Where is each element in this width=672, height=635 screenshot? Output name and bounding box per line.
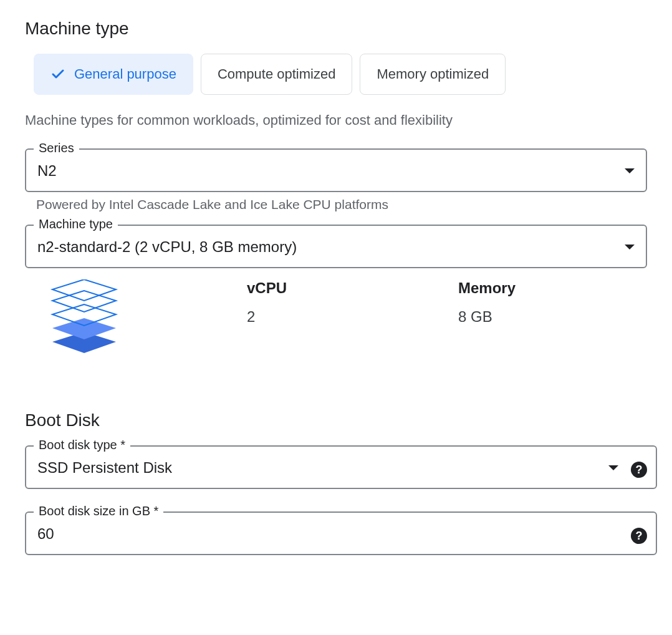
stack-layers-icon — [44, 279, 125, 354]
machine-family-tabs: General purpose Compute optimized Memory… — [25, 54, 647, 95]
tab-compute-optimized[interactable]: Compute optimized — [201, 54, 353, 95]
tab-label: Memory optimized — [377, 66, 489, 82]
boot-disk-type-field[interactable]: Boot disk type * SSD Persistent Disk — [25, 445, 657, 489]
svg-marker-1 — [52, 318, 116, 339]
series-helper: Powered by Intel Cascade Lake and Ice La… — [25, 197, 647, 212]
memory-value: 8 GB — [458, 308, 647, 326]
boot-disk-heading: Boot Disk — [25, 410, 647, 430]
tab-label: Compute optimized — [218, 66, 336, 82]
machine-type-value: n2-standard-2 (2 vCPU, 8 GB memory) — [37, 238, 625, 256]
machine-type-section: Machine type General purpose Compute opt… — [25, 19, 647, 354]
machine-type-label: Machine type — [34, 217, 118, 231]
machine-type-field[interactable]: Machine type n2-standard-2 (2 vCPU, 8 GB… — [25, 225, 647, 268]
machine-specs: vCPU 2 Memory 8 GB — [25, 279, 647, 354]
help-icon[interactable]: ? — [631, 462, 647, 478]
tab-label: General purpose — [74, 66, 176, 82]
vcpu-value: 2 — [247, 308, 436, 326]
boot-disk-size-input[interactable] — [37, 525, 618, 543]
series-label: Series — [34, 141, 79, 155]
series-field[interactable]: Series N2 — [25, 148, 647, 192]
help-icon[interactable]: ? — [631, 528, 647, 544]
check-icon — [50, 67, 65, 82]
vcpu-label: vCPU — [247, 279, 436, 297]
tab-memory-optimized[interactable]: Memory optimized — [360, 54, 506, 95]
boot-disk-size-label: Boot disk size in GB * — [34, 504, 163, 518]
series-value: N2 — [37, 162, 625, 180]
boot-disk-size-field[interactable]: Boot disk size in GB * — [25, 511, 657, 555]
memory-label: Memory — [458, 279, 647, 297]
boot-disk-type-value: SSD Persistent Disk — [37, 459, 608, 477]
machine-type-heading: Machine type — [25, 19, 647, 39]
boot-disk-type-label: Boot disk type * — [34, 438, 130, 452]
tab-general-purpose[interactable]: General purpose — [34, 54, 193, 95]
chevron-down-icon — [625, 245, 635, 250]
boot-disk-section: Boot Disk Boot disk type * SSD Persisten… — [25, 410, 647, 560]
chevron-down-icon — [625, 168, 635, 173]
machine-family-description: Machine types for common workloads, opti… — [25, 112, 647, 128]
chevron-down-icon — [608, 465, 618, 470]
